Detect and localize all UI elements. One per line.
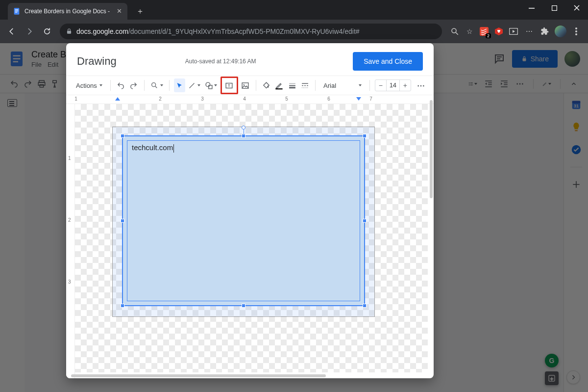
left-indent-marker[interactable] xyxy=(115,97,120,101)
tab-title: Create Borders in Google Docs - xyxy=(24,8,112,15)
svg-rect-61 xyxy=(276,88,283,89)
zoom-button[interactable] xyxy=(149,78,164,92)
window-minimize-button[interactable] xyxy=(520,0,543,16)
ruler-horizontal: 1 2 3 4 5 6 7 xyxy=(66,95,434,104)
profile-avatar[interactable] xyxy=(555,26,566,37)
shape-tool-button[interactable] xyxy=(204,78,219,92)
nav-reload-button[interactable] xyxy=(39,24,55,39)
extension-adblock-icon[interactable] xyxy=(494,26,504,36)
url-path: /document/d/1_9YUqHxlXvYmTrbsAcpfWD5-PM0… xyxy=(128,27,360,35)
window-close-button[interactable] xyxy=(565,0,588,16)
textbox-inner-border xyxy=(127,140,360,301)
svg-point-9 xyxy=(452,28,456,33)
font-size-stepper[interactable]: − 14 + xyxy=(375,79,411,91)
svg-rect-0 xyxy=(14,8,20,14)
chrome-menu-button[interactable] xyxy=(571,26,581,36)
resize-handle-ne[interactable] xyxy=(363,134,367,138)
svg-rect-2 xyxy=(15,11,19,11)
extension-video-icon[interactable] xyxy=(509,26,518,36)
resize-handle-w[interactable] xyxy=(121,219,124,223)
right-indent-marker[interactable] xyxy=(356,97,361,101)
resize-handle-se[interactable] xyxy=(363,304,367,308)
svg-point-60 xyxy=(244,84,245,85)
image-tool-button[interactable] xyxy=(240,78,251,92)
svg-line-53 xyxy=(155,86,157,88)
svg-rect-59 xyxy=(242,82,248,88)
textbox-tool-highlight: T xyxy=(220,77,238,94)
svg-rect-1 xyxy=(15,9,19,10)
resize-handle-n[interactable] xyxy=(242,134,245,138)
new-tab-button[interactable]: ＋ xyxy=(133,4,147,18)
canvas-scrollbar-horizontal[interactable] xyxy=(71,374,326,377)
bookmark-star-icon[interactable]: ☆ xyxy=(465,26,474,36)
save-and-close-button[interactable]: Save and Close xyxy=(353,52,423,71)
resize-handle-nw[interactable] xyxy=(121,134,124,138)
font-size-decrease[interactable]: − xyxy=(375,80,386,91)
svg-rect-11 xyxy=(480,27,489,36)
extension-dots-icon[interactable]: ⋯ xyxy=(523,26,535,36)
docs-favicon xyxy=(13,7,21,15)
svg-point-17 xyxy=(575,33,577,35)
nav-forward-button[interactable] xyxy=(22,24,37,39)
extensions-puzzle-icon[interactable] xyxy=(540,26,550,36)
drawing-dialog: Drawing Auto-saved at 12:49:16 AM Save a… xyxy=(66,43,434,378)
font-picker[interactable]: Arial xyxy=(320,80,365,91)
font-size-value[interactable]: 14 xyxy=(386,80,400,91)
svg-line-10 xyxy=(456,32,458,35)
browser-tab[interactable]: Create Borders in Google Docs - ✕ xyxy=(8,3,127,20)
svg-text:T: T xyxy=(228,83,230,88)
ruler-vertical: 1 2 3 xyxy=(66,104,75,378)
drawing-title: Drawing xyxy=(77,55,117,68)
svg-marker-14 xyxy=(513,30,515,33)
drawing-canvas[interactable]: techcult.com xyxy=(75,104,428,372)
svg-point-15 xyxy=(575,27,577,29)
svg-rect-3 xyxy=(15,12,18,12)
rotate-handle[interactable] xyxy=(242,126,245,130)
redo-button[interactable] xyxy=(128,78,139,92)
svg-point-16 xyxy=(575,30,577,32)
text-caret xyxy=(173,144,174,153)
textbox-text-content[interactable]: techcult.com xyxy=(132,143,174,153)
address-bar[interactable]: docs.google.com/document/d/1_9YUqHxlXvYm… xyxy=(60,24,442,39)
nav-back-button[interactable] xyxy=(4,24,20,39)
drawing-toolbar: Actions T Arial − 14 + ⋯ xyxy=(66,76,434,95)
border-color-button[interactable] xyxy=(274,78,285,92)
more-format-button[interactable]: ⋯ xyxy=(416,78,427,92)
resize-handle-s[interactable] xyxy=(242,304,245,308)
search-icon[interactable] xyxy=(450,26,460,36)
extension-todoist-icon[interactable] xyxy=(479,26,489,36)
svg-line-54 xyxy=(190,83,195,88)
resize-handle-e[interactable] xyxy=(363,219,367,223)
svg-rect-5 xyxy=(552,5,557,10)
undo-button[interactable] xyxy=(115,78,126,92)
svg-point-52 xyxy=(151,83,155,87)
line-tool-button[interactable] xyxy=(187,78,202,92)
canvas-scrollbar-vertical[interactable] xyxy=(430,100,433,198)
font-size-increase[interactable]: + xyxy=(400,80,411,91)
svg-point-55 xyxy=(206,82,210,87)
svg-rect-8 xyxy=(67,31,71,34)
textbox-tool-button[interactable]: T xyxy=(222,78,236,92)
svg-rect-4 xyxy=(529,8,535,9)
svg-rect-56 xyxy=(209,85,212,88)
textbox-shape[interactable]: techcult.com xyxy=(122,135,365,306)
tab-close-icon[interactable]: ✕ xyxy=(116,8,122,15)
lock-icon xyxy=(66,28,73,35)
select-tool-button[interactable] xyxy=(174,78,185,92)
fill-color-button[interactable] xyxy=(261,78,272,92)
autosave-status: Auto-saved at 12:49:16 AM xyxy=(185,58,256,65)
actions-menu[interactable]: Actions xyxy=(73,80,105,91)
url-host: docs.google.com xyxy=(76,27,128,35)
border-weight-button[interactable] xyxy=(287,78,297,92)
window-maximize-button[interactable] xyxy=(543,0,565,16)
resize-handle-sw[interactable] xyxy=(121,304,124,308)
border-dash-button[interactable] xyxy=(299,78,310,92)
